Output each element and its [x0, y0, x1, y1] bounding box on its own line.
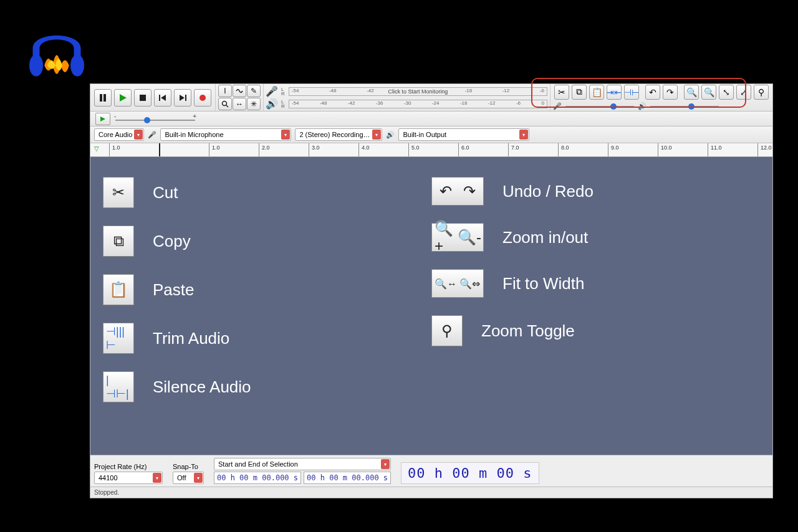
svg-point-10	[200, 95, 206, 101]
skip-start-button[interactable]	[154, 89, 171, 107]
paste-icon: 📋	[103, 274, 134, 305]
redo-button[interactable]: ↷	[663, 85, 678, 100]
cut-icon: ✂	[103, 177, 134, 208]
svg-rect-2	[100, 94, 102, 102]
audacity-window: I ✎ ↔ ✳ 🎤 LR Click to Start Monitoring -…	[90, 83, 773, 498]
legend-trim: ⊣|||⊢ Trim Audio	[103, 323, 431, 354]
legend-zoom-toggle: ⚲ Zoom Toggle	[431, 315, 760, 346]
legend-overlay: ✂ Cut ⧉ Copy 📋 Paste ⊣|||⊢ Trim Audio |⊣…	[90, 157, 772, 455]
selection-tool[interactable]: I	[218, 85, 232, 97]
copy-icon: ⧉	[103, 226, 134, 257]
legend-silence: |⊣⊢| Silence Audio	[103, 371, 431, 402]
mic-icon: 🎤	[148, 131, 156, 139]
legend-cut: ✂ Cut	[103, 177, 431, 208]
svg-rect-9	[185, 95, 186, 101]
audio-host-select[interactable]: Core Audio▾	[94, 128, 144, 141]
play-at-speed-button[interactable]	[95, 113, 110, 125]
status-bar: Stopped.	[90, 487, 772, 498]
trim-icon: ⊣|||⊢	[103, 323, 134, 354]
playback-device-select[interactable]: Built-in Output▾	[398, 128, 529, 141]
project-rate-label: Project Rate (Hz)	[94, 463, 163, 470]
timeshift-tool[interactable]: ↔	[233, 98, 246, 110]
pin-icon: ▽	[94, 145, 99, 152]
app-logo	[22, 17, 91, 86]
mic-icon: 🎤	[264, 85, 280, 97]
record-button[interactable]	[194, 89, 211, 107]
draw-tool[interactable]: ✎	[247, 85, 261, 97]
svg-point-1	[70, 54, 84, 76]
silence-button[interactable]: ⊣⊢	[624, 85, 639, 100]
svg-rect-5	[140, 95, 146, 101]
snap-to-label: Snap-To	[173, 463, 204, 470]
legend-copy: ⧉ Copy	[103, 226, 431, 257]
cut-button[interactable]: ✂	[554, 85, 569, 100]
meters-toolbar: 🎤 LR Click to Start Monitoring -54-48-42…	[263, 84, 550, 111]
project-rate-select[interactable]: 44100▾	[94, 472, 163, 484]
edit-toolbar: ✂ ⧉ 📋 ⇥⇤ ⊣⊢ ↶ ↷ 🔍 🔍 ⤡ ⤢ ⚲ 🎤	[550, 84, 772, 111]
zoom-out-button[interactable]: 🔍	[701, 85, 716, 100]
transport-toolbar	[90, 84, 215, 111]
legend-undo-redo: ↶↷ Undo / Redo	[431, 177, 760, 206]
svg-point-0	[29, 54, 43, 76]
recording-volume-slider[interactable]	[565, 102, 634, 111]
undo-button[interactable]: ↶	[645, 85, 660, 100]
zoom-in-button[interactable]: 🔍	[684, 85, 699, 100]
device-toolbar: Core Audio▾ 🎤 Built-in Microphone▾ 2 (St…	[90, 126, 772, 143]
speaker-icon: 🔊	[386, 131, 395, 139]
playback-volume-slider[interactable]	[650, 102, 719, 111]
audio-position-time[interactable]: 00 h 00 m 00 s	[401, 462, 539, 484]
playback-meter[interactable]: -54-48-42-36-30-24-18-12-60	[289, 100, 547, 108]
snap-to-select[interactable]: Off▾	[173, 472, 204, 484]
pause-button[interactable]	[94, 89, 112, 107]
svg-point-11	[223, 102, 227, 106]
svg-marker-4	[120, 94, 127, 102]
recording-device-select[interactable]: Built-in Microphone▾	[160, 128, 291, 141]
speaker-icon-small: 🔊	[638, 102, 647, 110]
skip-end-button[interactable]	[174, 89, 191, 107]
mic-icon-small: 🎤	[553, 102, 562, 110]
legend-paste: 📋 Paste	[103, 274, 431, 305]
paste-button[interactable]: 📋	[589, 85, 604, 100]
zoom-inout-icon: 🔍+🔍-	[431, 223, 484, 252]
speaker-icon: 🔊	[264, 98, 280, 110]
svg-marker-8	[180, 95, 185, 101]
zoom-tool[interactable]	[218, 98, 232, 110]
svg-marker-13	[100, 116, 105, 121]
legend-fit: 🔍↔🔍⇔ Fit to Width	[431, 269, 760, 298]
svg-marker-7	[161, 95, 166, 101]
zoom-toggle-button[interactable]: ⚲	[754, 85, 769, 100]
zoom-toggle-icon: ⚲	[431, 315, 463, 346]
track-area[interactable]: ✂ Cut ⧉ Copy 📋 Paste ⊣|||⊢ Trim Audio |⊣…	[90, 157, 772, 455]
play-button[interactable]	[114, 89, 132, 107]
tools-toolbar: I ✎ ↔ ✳	[215, 84, 263, 111]
timeline-ruler[interactable]: ▽ 1.0 1.0 2.0 3.0 4.0 5.0 6.0 7.0 8.0 9.…	[90, 143, 772, 157]
fit-width-icon: 🔍↔🔍⇔	[431, 269, 484, 298]
selection-toolbar: Project Rate (Hz) 44100▾ Snap-To Off▾ St…	[90, 455, 772, 487]
recording-channels-select[interactable]: 2 (Stereo) Recording…▾	[295, 128, 382, 141]
legend-zoom: 🔍+🔍- Zoom in/out	[431, 223, 760, 252]
playback-speed-slider[interactable]	[115, 116, 195, 125]
fit-selection-button[interactable]: ⤡	[719, 85, 734, 100]
svg-line-12	[226, 105, 228, 107]
selection-mode-select[interactable]: Start and End of Selection▾	[214, 458, 391, 470]
svg-rect-6	[159, 95, 160, 101]
recording-meter[interactable]: Click to Start Monitoring -54-48-42-18-1…	[289, 87, 547, 96]
trim-button[interactable]: ⇥⇤	[607, 85, 622, 100]
silence-icon: |⊣⊢|	[103, 371, 134, 402]
meter-channels-play: LR	[280, 99, 286, 109]
selection-end-time[interactable]: 00 h 00 m 00.000 s	[304, 472, 391, 484]
svg-rect-3	[103, 94, 106, 102]
copy-button[interactable]: ⧉	[572, 85, 587, 100]
multi-tool[interactable]: ✳	[247, 98, 261, 110]
meter-channels: LR	[280, 87, 286, 97]
envelope-tool[interactable]	[233, 85, 246, 97]
selection-start-time[interactable]: 00 h 00 m 00.000 s	[214, 472, 301, 484]
undo-redo-icon: ↶↷	[431, 177, 484, 206]
fit-project-button[interactable]: ⤢	[736, 85, 751, 100]
stop-button[interactable]	[134, 89, 151, 107]
